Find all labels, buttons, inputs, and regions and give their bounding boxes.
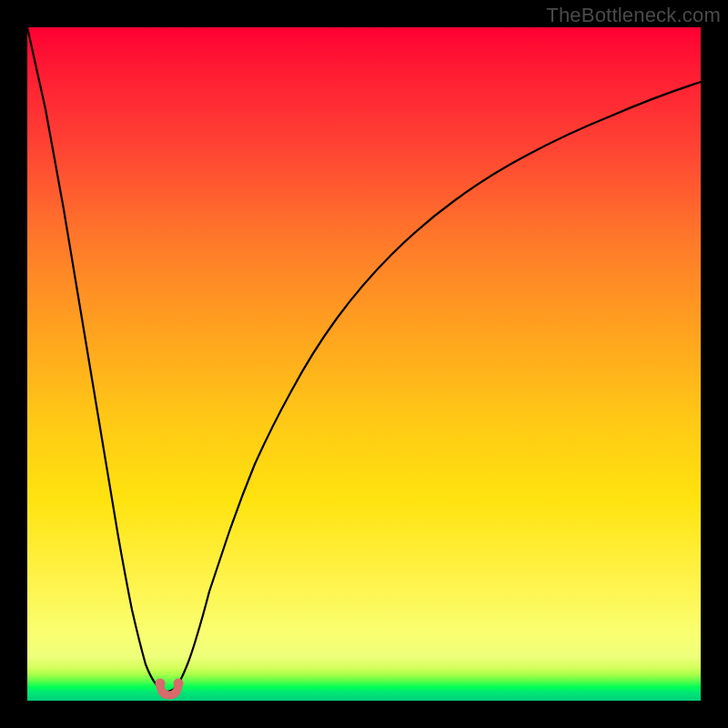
- notch-marker-dot-left: [156, 679, 166, 689]
- notch-marker-dot-right: [174, 679, 184, 689]
- bottleneck-curve: [27, 27, 701, 692]
- plot-area: [27, 27, 701, 701]
- curve-layer: [27, 27, 701, 701]
- chart-frame: TheBottleneck.com: [0, 0, 728, 728]
- watermark-text: TheBottleneck.com: [546, 4, 721, 27]
